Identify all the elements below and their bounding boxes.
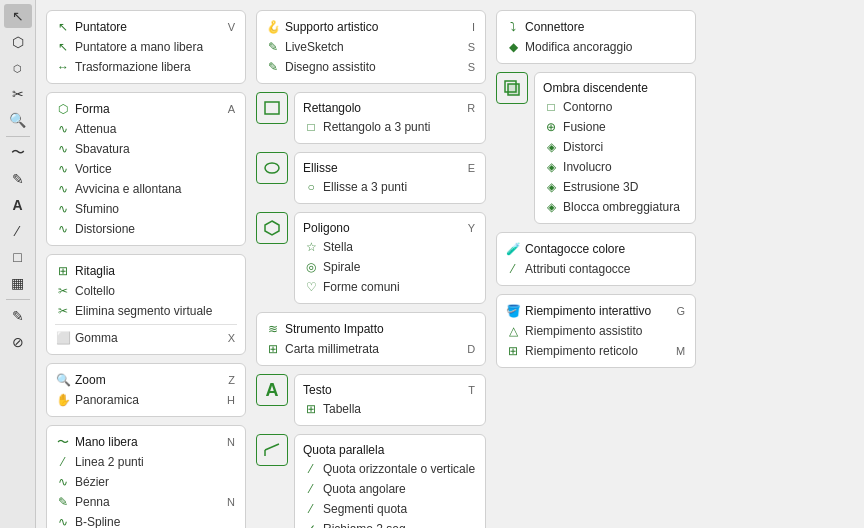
blocca-ombr[interactable]: ◈ Blocca ombreggiatura [535, 197, 695, 217]
toolbar-fill[interactable]: ⊘ [4, 330, 32, 354]
attenua[interactable]: ∿ Attenua [47, 119, 245, 139]
contagocce-header[interactable]: 🧪 Contagocce colore [497, 239, 695, 259]
tabella-label: Tabella [323, 402, 361, 416]
sfumino[interactable]: ∿ Sfumino [47, 199, 245, 219]
rettangolo-group: Rettangolo R □ Rettangolo a 3 punti [294, 92, 486, 144]
trasformazione[interactable]: ↔ Trasformazione libera [47, 57, 245, 77]
toolbar-pen[interactable]: ✎ [4, 167, 32, 191]
toolbar-dropper[interactable]: ✎ [4, 304, 32, 328]
testo-header[interactable]: Testo T [295, 381, 485, 399]
gomma[interactable]: ⬜ Gomma X [47, 328, 245, 348]
toolbar-node[interactable]: ⬡ [4, 30, 32, 54]
toolbar-rect[interactable]: □ [4, 245, 32, 269]
penna[interactable]: ✎ Penna N [47, 492, 245, 512]
puntatore-header[interactable]: ↖ Puntatore V [47, 17, 245, 37]
bspline[interactable]: ∿ B-Spline [47, 512, 245, 528]
disegno-assistito[interactable]: ✎ Disegno assistito S [257, 57, 485, 77]
toolbar-grid[interactable]: ▦ [4, 271, 32, 295]
blocca-ombr-label: Blocca ombreggiatura [563, 200, 680, 214]
attenua-icon: ∿ [55, 121, 71, 137]
toolbar-select[interactable]: ↖ [4, 4, 32, 28]
riempimento-icon: 🪣 [505, 303, 521, 319]
avvicina[interactable]: ∿ Avvicina e allontana [47, 179, 245, 199]
tabella[interactable]: ⊞ Tabella [295, 399, 485, 419]
contagocce-group: 🧪 Contagocce colore ⁄ Attributi contagoc… [496, 232, 696, 286]
modifica-anc-icon: ◆ [505, 39, 521, 55]
estrusione3d[interactable]: ◈ Estrusione 3D [535, 177, 695, 197]
richiamo2-icon: ✓ [303, 521, 319, 528]
poligono-group: Poligono Y ☆ Stella ◎ Spirale ♡ Forme co… [294, 212, 486, 304]
contorno[interactable]: □ Contorno [535, 97, 695, 117]
testo-box: A [256, 374, 288, 406]
zoom-header[interactable]: 🔍 Zoom Z [47, 370, 245, 390]
fusione[interactable]: ⊕ Fusione [535, 117, 695, 137]
spirale-label: Spirale [323, 260, 360, 274]
riemp-assistito[interactable]: △ Riempimento assistito [497, 321, 695, 341]
toolbar-zoom[interactable]: 🔍 [4, 108, 32, 132]
connettore-header[interactable]: ⤵ Connettore [497, 17, 695, 37]
manolib-header[interactable]: 〜 Mano libera N [47, 432, 245, 452]
elimina-seg[interactable]: ✂ Elimina segmento virtuale [47, 301, 245, 321]
forma-shortcut: A [228, 103, 235, 115]
coltello[interactable]: ✂ Coltello [47, 281, 245, 301]
panoramica[interactable]: ✋ Panoramica H [47, 390, 245, 410]
carta-mill-icon: ⊞ [265, 341, 281, 357]
quota-orizz[interactable]: ⁄ Quota orizzontale o verticale [295, 459, 485, 479]
impatto-header[interactable]: ≋ Strumento Impatto [257, 319, 485, 339]
zoom-icon: 🔍 [55, 372, 71, 388]
quota-header[interactable]: Quota parallela [295, 441, 485, 459]
forma-label: Forma [75, 102, 110, 116]
attr-contagocce-icon: ⁄ [505, 261, 521, 277]
rettangolo3-label: Rettangolo a 3 punti [323, 120, 430, 134]
puntatore-mano[interactable]: ↖ Puntatore a mano libera [47, 37, 245, 57]
quota-group: Quota parallela ⁄ Quota orizzontale o ve… [294, 434, 486, 528]
involucro-label: Involucro [563, 160, 612, 174]
toolbar-freehand[interactable]: 〜 [4, 141, 32, 165]
livesketch[interactable]: ✎ LiveSketch S [257, 37, 485, 57]
quota-orizz-label: Quota orizzontale o verticale [323, 462, 475, 476]
forme-comuni[interactable]: ♡ Forme comuni [295, 277, 485, 297]
spirale[interactable]: ◎ Spirale [295, 257, 485, 277]
stella-label: Stella [323, 240, 353, 254]
involucro[interactable]: ◈ Involucro [535, 157, 695, 177]
bezier[interactable]: ∿ Bézier [47, 472, 245, 492]
carta-mill-shortcut: D [467, 343, 475, 355]
richiamo2[interactable]: ✓ Richiamo 2 seg [295, 519, 485, 528]
penna-icon: ✎ [55, 494, 71, 510]
ombra-header[interactable]: Ombra discendente [535, 79, 695, 97]
distorsione[interactable]: ∿ Distorsione [47, 219, 245, 239]
sbavatura[interactable]: ∿ Sbavatura [47, 139, 245, 159]
rettangolo-header[interactable]: Rettangolo R [295, 99, 485, 117]
riemp-reticolo[interactable]: ⊞ Riempimento reticolo M [497, 341, 695, 361]
quota-ang[interactable]: ⁄ Quota angolare [295, 479, 485, 499]
ellisse3[interactable]: ○ Ellisse a 3 punti [295, 177, 485, 197]
ritaglia-label: Ritaglia [75, 264, 115, 278]
distorci[interactable]: ◈ Distorci [535, 137, 695, 157]
toolbar-tweak[interactable]: ⬡ [4, 56, 32, 80]
zoom-label: Zoom [75, 373, 106, 387]
ellisse-header[interactable]: Ellisse E [295, 159, 485, 177]
estrusione3d-label: Estrusione 3D [563, 180, 638, 194]
toolbar-line[interactable]: ⁄ [4, 219, 32, 243]
supporto-header[interactable]: 🪝 Supporto artistico I [257, 17, 485, 37]
modifica-anc[interactable]: ◆ Modifica ancoraggio [497, 37, 695, 57]
livesketch-label: LiveSketch [285, 40, 344, 54]
attenua-label: Attenua [75, 122, 116, 136]
stella[interactable]: ☆ Stella [295, 237, 485, 257]
ritaglia-header[interactable]: ⊞ Ritaglia [47, 261, 245, 281]
vortice[interactable]: ∿ Vortice [47, 159, 245, 179]
carta-mill[interactable]: ⊞ Carta millimetrata D [257, 339, 485, 359]
rettangolo3[interactable]: □ Rettangolo a 3 punti [295, 117, 485, 137]
svg-marker-2 [265, 221, 279, 235]
quota-seg[interactable]: ⁄ Segmenti quota [295, 499, 485, 519]
attr-contagocce[interactable]: ⁄ Attributi contagocce [497, 259, 695, 279]
modifica-anc-label: Modifica ancoraggio [525, 40, 632, 54]
poligono-header[interactable]: Poligono Y [295, 219, 485, 237]
linea2[interactable]: ⁄ Linea 2 punti [47, 452, 245, 472]
rettangolo3-icon: □ [303, 119, 319, 135]
forma-header[interactable]: ⬡ Forma A [47, 99, 245, 119]
riempimento-header[interactable]: 🪣 Riempimento interattivo G [497, 301, 695, 321]
toolbar-text[interactable]: A [4, 193, 32, 217]
toolbar-crop[interactable]: ✂ [4, 82, 32, 106]
quota-ang-icon: ⁄ [303, 481, 319, 497]
